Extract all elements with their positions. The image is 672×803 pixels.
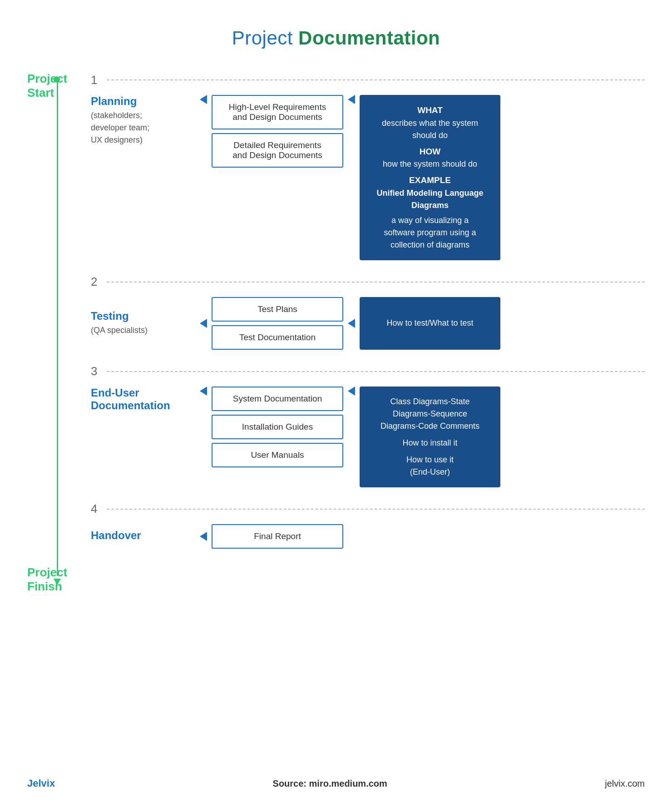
phase-content-3: End-UserDocumentation System Documentati… bbox=[91, 380, 645, 501]
footer-spacer bbox=[91, 562, 645, 599]
phase-block-3: 3 End-UserDocumentation System Documenta… bbox=[91, 363, 645, 501]
step-row-1: 1 bbox=[91, 72, 645, 88]
info1-what-label: WHAT bbox=[370, 104, 490, 117]
phase1-info-panel: WHAT describes what the systemshould do … bbox=[360, 95, 500, 260]
info1-uml-text: a way of visualizing asoftware program u… bbox=[370, 214, 490, 251]
doc-box-2-1: Test Plans bbox=[212, 297, 343, 322]
timeline-col: ProjectStart ProjectFinish bbox=[27, 72, 86, 599]
title-bold: Documentation bbox=[298, 27, 440, 49]
phase-content-2: Testing (QA specialists) Test Plans Test… bbox=[91, 290, 645, 363]
phase1-arrow-left bbox=[200, 95, 207, 104]
source-value: miro.medium.com bbox=[309, 778, 387, 788]
step-number-1: 1 bbox=[91, 73, 100, 87]
info3-class-text: Class Diagrams-StateDiagrams-SequenceDia… bbox=[370, 396, 490, 432]
info1-uml-label: Unified Modeling LanguageDiagrams bbox=[370, 187, 490, 212]
phases-col: 1 Planning (stakeholders;developer team;… bbox=[86, 72, 645, 599]
step-divider-3 bbox=[107, 371, 645, 372]
phase-title-4: Handover bbox=[91, 529, 195, 542]
footer-url: jelvix.com bbox=[605, 778, 645, 789]
phase-block-2: 2 Testing (QA specialists) Test Plans Te… bbox=[91, 274, 645, 363]
doc-box-3-3: User Manuals bbox=[212, 443, 343, 467]
doc-box-1-1: High-Level Requirementsand Design Docume… bbox=[212, 95, 343, 129]
step-divider-4 bbox=[107, 509, 645, 510]
page-container: Project Documentation ProjectStart Proje… bbox=[0, 0, 672, 803]
doc-box-2-2: Test Documentation bbox=[212, 325, 343, 350]
footer: Jelvix Source: miro.medium.com jelvix.co… bbox=[27, 778, 645, 789]
phase4-docs: Final Report bbox=[212, 524, 343, 549]
info2-text: How to test/What to test bbox=[370, 317, 490, 329]
phase-content-4: Handover Final Report bbox=[91, 517, 645, 562]
phase-subtitle-1: (stakeholders;developer team;UX designer… bbox=[91, 109, 195, 146]
phase1-docs: High-Level Requirementsand Design Docume… bbox=[212, 95, 343, 168]
footer-source: Source: miro.medium.com bbox=[273, 778, 387, 789]
step-number-4: 4 bbox=[91, 502, 100, 516]
phase2-arrow-left bbox=[200, 319, 207, 328]
info1-example-label: EXAMPLE bbox=[370, 174, 490, 187]
timeline-line bbox=[57, 77, 58, 576]
phase1-arrow-right bbox=[348, 95, 355, 104]
info1-how-label: HOW bbox=[370, 145, 490, 159]
doc-box-1-2: Detailed Requirementsand Design Document… bbox=[212, 133, 343, 168]
phase-name-handover: Handover bbox=[91, 529, 195, 544]
title-prefix: Project bbox=[232, 27, 298, 49]
phase2-arrow-right bbox=[348, 319, 355, 328]
step-row-2: 2 bbox=[91, 274, 645, 290]
brand-prefix: Jel bbox=[27, 778, 41, 789]
info1-how-text: how the system should do bbox=[370, 158, 490, 170]
phase-name-planning: Planning (stakeholders;developer team;UX… bbox=[91, 95, 195, 146]
phase-block-4: 4 Handover Final Report bbox=[91, 501, 645, 562]
phase2-info-panel: How to test/What to test bbox=[360, 297, 500, 350]
step-divider-2 bbox=[107, 282, 645, 283]
page-title: Project Documentation bbox=[27, 27, 645, 49]
info1-what-text: describes what the systemshould do bbox=[370, 117, 490, 142]
phase2-docs: Test Plans Test Documentation bbox=[212, 297, 343, 350]
doc-box-3-1: System Documentation bbox=[212, 387, 343, 411]
info3-use-text: How to use it(End-User) bbox=[370, 454, 490, 478]
step-number-2: 2 bbox=[91, 275, 100, 289]
phase-title-3: End-UserDocumentation bbox=[91, 387, 195, 412]
timeline-dot-top bbox=[54, 76, 60, 83]
project-start-label: ProjectStart bbox=[27, 72, 52, 100]
phase-title-1: Planning bbox=[91, 95, 195, 108]
phase-title-2: Testing bbox=[91, 310, 195, 322]
phase4-arrow-left bbox=[200, 532, 207, 541]
phase3-arrow-right bbox=[348, 387, 355, 396]
step-row-3: 3 bbox=[91, 363, 645, 380]
phase3-arrow-left bbox=[200, 387, 207, 396]
brand-bold: vix bbox=[41, 778, 55, 789]
brand-logo: Jelvix bbox=[27, 778, 55, 789]
project-finish-label: ProjectFinish bbox=[27, 565, 52, 594]
info3-install-text: How to install it bbox=[370, 437, 490, 449]
phase-name-testing: Testing (QA specialists) bbox=[91, 310, 195, 337]
doc-box-4-1: Final Report bbox=[212, 524, 343, 549]
source-label: Source: bbox=[273, 778, 306, 788]
step-divider-1 bbox=[107, 79, 645, 80]
doc-box-3-2: Installation Guides bbox=[212, 415, 343, 439]
phase-subtitle-2: (QA specialists) bbox=[91, 324, 195, 337]
phase-block-1: 1 Planning (stakeholders;developer team;… bbox=[91, 72, 645, 274]
content-area: ProjectStart ProjectFinish 1 Planning (s… bbox=[27, 72, 645, 599]
phase3-docs: System Documentation Installation Guides… bbox=[212, 387, 343, 467]
step-row-4: 4 bbox=[91, 501, 645, 517]
phase3-info-panel: Class Diagrams-StateDiagrams-SequenceDia… bbox=[360, 387, 500, 487]
phase-content-1: Planning (stakeholders;developer team;UX… bbox=[91, 88, 645, 274]
step-number-3: 3 bbox=[91, 364, 100, 378]
phase-name-enduser: End-UserDocumentation bbox=[91, 387, 195, 414]
